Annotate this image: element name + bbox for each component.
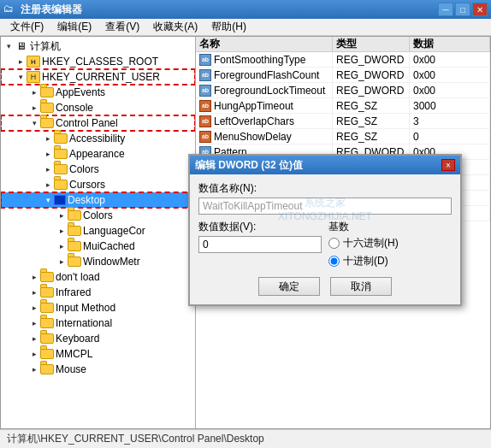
folder-appevents-icon bbox=[40, 86, 54, 98]
menu-file[interactable]: 文件(F) bbox=[3, 18, 50, 36]
tree-item-muicached[interactable]: MuiCached bbox=[1, 239, 195, 254]
edit-dword-dialog: 编辑 DWORD (32 位)值 × 数值名称(N): 系统之家XITONGZH… bbox=[188, 154, 462, 306]
dialog-close-button[interactable]: × bbox=[441, 159, 455, 171]
sz-icon: ab bbox=[199, 115, 211, 127]
menu-edit[interactable]: 编辑(E) bbox=[50, 18, 98, 36]
toggle-languagecor[interactable] bbox=[56, 225, 68, 237]
toggle-console[interactable] bbox=[28, 102, 40, 114]
ok-button[interactable]: 确定 bbox=[258, 277, 320, 296]
tree-item-accessibility[interactable]: Accessibility bbox=[1, 131, 195, 146]
tree-item-appevents[interactable]: AppEvents bbox=[1, 85, 195, 100]
toggle-appearance[interactable] bbox=[42, 148, 54, 160]
toggle-colors2[interactable] bbox=[56, 209, 68, 221]
menu-view[interactable]: 查看(V) bbox=[98, 18, 146, 36]
title-bar: 🗂 注册表编辑器 ─ □ ✕ bbox=[0, 0, 491, 19]
tree-item-mouse[interactable]: Mouse bbox=[1, 362, 195, 377]
tree-item-desktop[interactable]: Desktop bbox=[1, 192, 195, 208]
table-row[interactable]: ab LeftOverlapChars REG_SZ 3 bbox=[196, 114, 490, 129]
cancel-button[interactable]: 取消 bbox=[330, 277, 392, 296]
tree-item-cursors[interactable]: Cursors bbox=[1, 177, 195, 192]
toggle-current-user[interactable] bbox=[15, 71, 27, 83]
toggle-desktop[interactable] bbox=[42, 194, 54, 206]
cell-name: ab ForegroundLockTimeout bbox=[196, 83, 333, 97]
tree-item-colors[interactable]: Colors bbox=[1, 162, 195, 177]
menu-favorites[interactable]: 收藏夹(A) bbox=[146, 18, 204, 36]
app-icon: 🗂 bbox=[3, 3, 17, 16]
tree-label-dontload: don't load bbox=[56, 271, 100, 283]
toggle-international[interactable] bbox=[28, 317, 40, 329]
toggle-muicached[interactable] bbox=[56, 240, 68, 252]
folder-colors-icon bbox=[54, 163, 68, 175]
data-input[interactable] bbox=[198, 236, 322, 253]
dec-option[interactable]: 十进制(D) bbox=[328, 254, 452, 268]
tree-item-appearance[interactable]: Appearance bbox=[1, 146, 195, 162]
toggle-dontload[interactable] bbox=[28, 271, 40, 283]
dec-radio[interactable] bbox=[328, 256, 340, 267]
hkey-icon: H bbox=[27, 56, 40, 68]
tree-item-infrared[interactable]: Infrared bbox=[1, 285, 195, 300]
computer-icon: 🖥 bbox=[15, 40, 28, 52]
toggle-accessibility[interactable] bbox=[42, 133, 54, 144]
toggle-keyboard[interactable] bbox=[28, 333, 40, 345]
hkey-current-user-icon: H bbox=[27, 71, 40, 83]
status-bar: 计算机\HKEY_CURRENT_USER\Control Panel\Desk… bbox=[0, 429, 491, 448]
tree-item-console[interactable]: Console bbox=[1, 100, 195, 115]
toggle-computer[interactable] bbox=[3, 40, 15, 52]
table-row[interactable]: ab HungAppTimeout REG_SZ 3000 bbox=[196, 98, 490, 114]
folder-accessibility-icon bbox=[54, 133, 68, 144]
tree-label-desktop: Desktop bbox=[68, 194, 105, 206]
menu-bar: 文件(F) 编辑(E) 查看(V) 收藏夹(A) 帮助(H) bbox=[0, 19, 491, 36]
toggle-mouse[interactable] bbox=[28, 363, 40, 375]
name-input[interactable] bbox=[198, 197, 452, 215]
dialog-title-bar: 编辑 DWORD (32 位)值 × bbox=[190, 156, 460, 174]
table-row[interactable]: ab ForegroundLockTimeout REG_DWORD 0x00 bbox=[196, 83, 490, 98]
toggle-inputmethod[interactable] bbox=[28, 302, 40, 314]
tree-item-computer[interactable]: 🖥 计算机 bbox=[1, 38, 195, 54]
close-button[interactable]: ✕ bbox=[472, 3, 488, 16]
tree-item-languagecor[interactable]: LanguageCor bbox=[1, 223, 195, 239]
folder-appearance-icon bbox=[54, 148, 68, 160]
menu-help[interactable]: 帮助(H) bbox=[204, 18, 253, 36]
tree-item-mmcpl[interactable]: MMCPL bbox=[1, 346, 195, 362]
window-controls: ─ □ ✕ bbox=[438, 3, 488, 16]
toggle-control-panel[interactable] bbox=[28, 117, 40, 129]
tree-label-muicached: MuiCached bbox=[83, 240, 135, 252]
tree-label-languagecor: LanguageCor bbox=[83, 225, 145, 237]
tree-item-classes-root[interactable]: H HKEY_CLASSES_ROOT bbox=[1, 54, 195, 69]
table-row[interactable]: ab MenuShowDelay REG_SZ 0 bbox=[196, 129, 490, 144]
toggle-mmcpl[interactable] bbox=[28, 348, 40, 360]
tree-item-windowmetr[interactable]: WindowMetr bbox=[1, 254, 195, 269]
table-row[interactable]: ab ForegroundFlashCount REG_DWORD 0x00 bbox=[196, 68, 490, 83]
toggle-infrared[interactable] bbox=[28, 286, 40, 298]
folder-international-icon bbox=[40, 317, 54, 329]
tree-label-current-user: HKEY_CURRENT_USER bbox=[42, 71, 160, 83]
registry-tree[interactable]: 🖥 计算机 H HKEY_CLASSES_ROOT H HKEY_CURRENT… bbox=[1, 37, 196, 428]
table-row[interactable]: ab FontSmoothingType REG_DWORD 0x00 bbox=[196, 52, 490, 68]
tree-label-windowmetr: WindowMetr bbox=[83, 256, 140, 268]
toggle-classes-root[interactable] bbox=[15, 56, 27, 68]
tree-item-current-user[interactable]: H HKEY_CURRENT_USER bbox=[1, 69, 195, 85]
toggle-appevents[interactable] bbox=[28, 86, 40, 98]
tree-item-inputmethod[interactable]: Input Method bbox=[1, 300, 195, 315]
maximize-button[interactable]: □ bbox=[455, 3, 470, 16]
toggle-colors[interactable] bbox=[42, 163, 54, 175]
tree-item-international[interactable]: International bbox=[1, 315, 195, 331]
base-radio-group: 十六进制(H) 十进制(D) bbox=[328, 236, 452, 268]
tree-label-international: International bbox=[56, 317, 112, 329]
header-type: 类型 bbox=[333, 37, 410, 51]
hex-radio[interactable] bbox=[328, 238, 340, 249]
tree-item-colors2[interactable]: Colors bbox=[1, 208, 195, 223]
tree-item-control-panel[interactable]: Control Panel bbox=[1, 115, 195, 131]
dword-icon: ab bbox=[199, 54, 211, 66]
folder-muicached-icon bbox=[68, 240, 81, 252]
cell-name: ab ForegroundFlashCount bbox=[196, 68, 333, 82]
hex-option[interactable]: 十六进制(H) bbox=[328, 236, 452, 251]
tree-item-keyboard[interactable]: Keyboard bbox=[1, 331, 195, 346]
toggle-cursors[interactable] bbox=[42, 179, 54, 191]
dialog-body: 数值名称(N): 系统之家XITONGZHIJIA.NET 数值数据(V): 基… bbox=[190, 174, 460, 304]
toggle-windowmetr[interactable] bbox=[56, 256, 68, 268]
folder-dontload-icon bbox=[40, 271, 54, 283]
tree-item-dontload[interactable]: don't load bbox=[1, 269, 195, 285]
dword-icon: ab bbox=[199, 69, 211, 81]
minimize-button[interactable]: ─ bbox=[438, 3, 453, 16]
